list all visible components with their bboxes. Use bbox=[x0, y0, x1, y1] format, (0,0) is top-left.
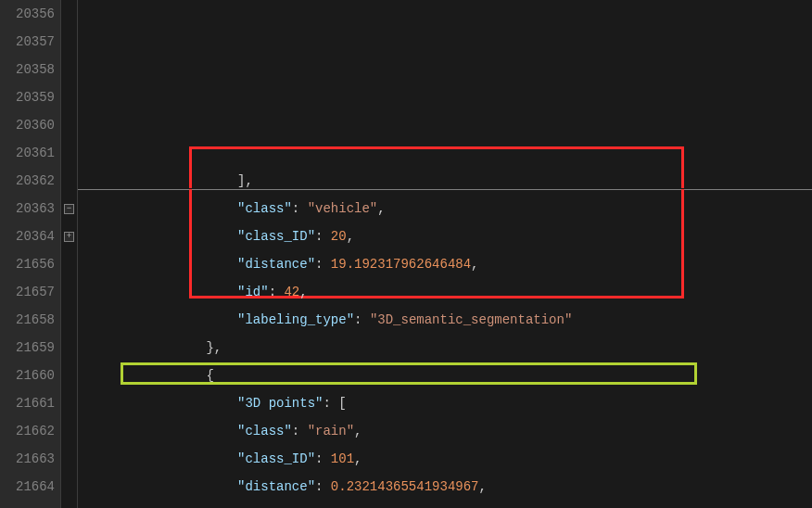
line-number: 21663 bbox=[0, 445, 55, 473]
json-punct: { bbox=[206, 368, 213, 383]
line-number-gutter: 2035620357203582035920360203612036220363… bbox=[0, 0, 61, 508]
line-number: 21659 bbox=[0, 334, 55, 362]
json-punct: : bbox=[315, 229, 331, 244]
line-number: 20361 bbox=[0, 139, 55, 167]
line-number: 21664 bbox=[0, 473, 55, 501]
code-line[interactable]: "class": "vehicle", bbox=[82, 195, 812, 222]
code-line[interactable]: "labeling_type": "3D_semantic_segmentati… bbox=[82, 306, 812, 334]
fold-collapse-icon[interactable]: − bbox=[64, 204, 74, 214]
json-punct: : bbox=[292, 424, 308, 438]
json-key: "id" bbox=[237, 285, 269, 299]
json-key: "labeling_type" bbox=[237, 312, 354, 327]
code-line[interactable]: "distance": 0.23214365541934967, bbox=[82, 473, 812, 501]
code-line[interactable]: "class": "rain", bbox=[82, 417, 812, 445]
json-key: "class" bbox=[237, 201, 292, 216]
json-punct: : bbox=[354, 312, 370, 327]
line-number: 21661 bbox=[0, 389, 55, 417]
line-number: 21665 bbox=[0, 501, 55, 508]
code-line[interactable]: "id": 53, bbox=[82, 501, 812, 508]
line-number: 20357 bbox=[0, 28, 55, 56]
code-area[interactable]: ], "class": "vehicle", "class_ID": 20, "… bbox=[78, 0, 812, 508]
line-number: 21656 bbox=[0, 250, 55, 278]
json-string: "3D_semantic_segmentation" bbox=[370, 312, 572, 327]
json-punct: }, bbox=[206, 340, 222, 355]
json-number: 42 bbox=[284, 285, 299, 299]
json-key: "3D points" bbox=[237, 396, 323, 411]
line-number: 21657 bbox=[0, 278, 55, 306]
json-number: 101 bbox=[331, 451, 354, 466]
line-number: 20362 bbox=[0, 167, 55, 195]
json-punct: : bbox=[315, 451, 331, 466]
json-number: 19.192317962646484 bbox=[331, 257, 471, 272]
line-number: 20356 bbox=[0, 0, 55, 28]
json-punct: , bbox=[354, 451, 362, 466]
fold-column[interactable]: −+ bbox=[61, 0, 78, 508]
json-string: "vehicle" bbox=[308, 201, 378, 216]
json-key: "distance" bbox=[237, 257, 315, 272]
json-punct: , bbox=[471, 257, 478, 272]
json-key: "class_ID" bbox=[237, 451, 315, 466]
json-punct: : bbox=[315, 257, 331, 272]
json-string: "rain" bbox=[308, 424, 354, 438]
line-number: 21658 bbox=[0, 306, 55, 334]
json-punct: , bbox=[354, 424, 362, 438]
json-punct: ], bbox=[237, 173, 253, 188]
code-line[interactable]: ], bbox=[82, 167, 812, 195]
line-number: 21660 bbox=[0, 362, 55, 389]
json-punct: , bbox=[299, 285, 307, 299]
code-line[interactable]: "class_ID": 20, bbox=[82, 222, 812, 250]
line-number: 20360 bbox=[0, 111, 55, 139]
code-editor[interactable]: 2035620357203582035920360203612036220363… bbox=[0, 0, 812, 508]
fold-expand-icon[interactable]: + bbox=[64, 232, 74, 242]
code-line[interactable]: "id": 42, bbox=[82, 278, 812, 306]
line-number: 20363 bbox=[0, 195, 55, 222]
json-punct: , bbox=[377, 201, 385, 216]
json-punct: : bbox=[292, 201, 308, 216]
json-punct: : [ bbox=[323, 396, 346, 411]
line-number: 20359 bbox=[0, 83, 55, 111]
json-number: 0.23214365541934967 bbox=[331, 479, 479, 494]
json-punct: , bbox=[479, 479, 487, 494]
code-line[interactable]: "class_ID": 101, bbox=[82, 445, 812, 473]
json-punct: : bbox=[269, 285, 285, 299]
code-line[interactable]: { bbox=[82, 362, 812, 389]
line-number: 20358 bbox=[0, 56, 55, 83]
code-line[interactable]: "distance": 19.192317962646484, bbox=[82, 250, 812, 278]
line-number: 21662 bbox=[0, 417, 55, 445]
json-key: "class_ID" bbox=[237, 229, 315, 244]
json-punct: : bbox=[315, 479, 331, 494]
json-key: "class" bbox=[237, 424, 292, 438]
json-key: "distance" bbox=[237, 479, 315, 494]
code-line[interactable]: "3D points": [ bbox=[82, 389, 812, 417]
json-number: 20 bbox=[331, 229, 347, 244]
json-punct: , bbox=[347, 229, 354, 244]
line-number: 20364 bbox=[0, 222, 55, 250]
code-line[interactable]: }, bbox=[82, 334, 812, 362]
